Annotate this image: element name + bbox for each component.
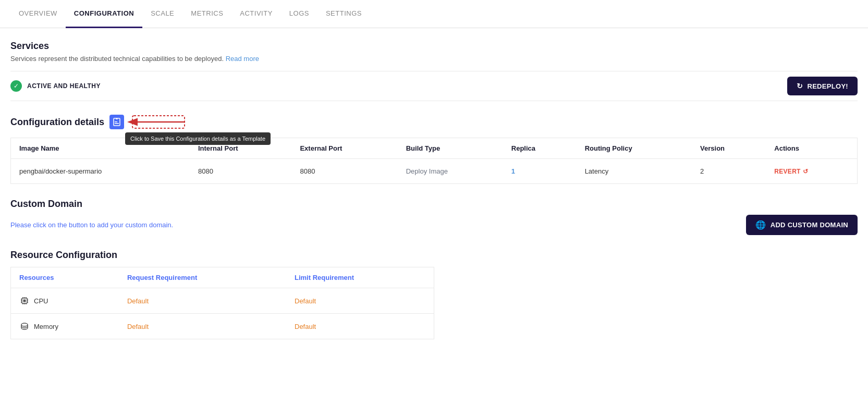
cell-image-name: pengbai/docker-supermario xyxy=(11,159,190,184)
svg-rect-8 xyxy=(23,300,26,302)
tab-settings[interactable]: SETTINGS xyxy=(317,0,370,28)
redeploy-icon: ↻ xyxy=(797,82,803,90)
cell-internal-port: 8080 xyxy=(190,159,291,184)
config-details-header: Configuration details Click to Save this… xyxy=(10,113,858,131)
col-limit-requirement: Limit Requirement xyxy=(286,267,434,288)
redeploy-button[interactable]: ↻ REDEPLOY! xyxy=(787,77,858,95)
globe-icon: 🌐 xyxy=(755,220,766,230)
col-replica: Replica xyxy=(503,138,577,159)
resource-configuration-section: Resource Configuration Resources Request… xyxy=(10,250,858,339)
read-more-link[interactable]: Read more xyxy=(226,55,259,63)
svg-rect-2 xyxy=(115,123,119,124)
resource-table: Resources Request Requirement Limit Requ… xyxy=(10,267,434,339)
cell-cpu-request: Default xyxy=(119,288,286,314)
cell-routing-policy: Latency xyxy=(577,159,692,184)
cell-memory-limit: Default xyxy=(286,314,434,339)
resource-row-cpu: CPU Default Default xyxy=(11,288,434,314)
col-version: Version xyxy=(692,138,766,159)
col-resources: Resources xyxy=(11,267,119,288)
status-text: ACTIVE AND HEALTHY xyxy=(27,82,101,90)
config-details-title: Configuration details xyxy=(10,117,104,128)
add-custom-domain-button[interactable]: 🌐 ADD CUSTOM DOMAIN xyxy=(746,215,858,235)
cpu-icon xyxy=(19,296,30,306)
arrow-annotation xyxy=(127,113,190,131)
replica-link[interactable]: 1 xyxy=(511,167,515,175)
active-status-icon: ✓ xyxy=(10,80,22,92)
tab-activity[interactable]: ACTIVITY xyxy=(231,0,281,28)
cell-external-port: 8080 xyxy=(291,159,397,184)
tab-metrics[interactable]: METRICS xyxy=(182,0,231,28)
col-request-requirement: Request Requirement xyxy=(119,267,286,288)
services-subtitle: Services represent the distributed techn… xyxy=(10,55,858,63)
revert-button[interactable]: REVERT ↺ xyxy=(774,168,808,175)
config-table-row: pengbai/docker-supermario 8080 8080 Depl… xyxy=(11,159,858,184)
template-tooltip: Click to Save this Configuration details… xyxy=(125,132,271,145)
custom-domain-section: Custom Domain Please click on the button… xyxy=(10,199,858,235)
custom-domain-row: Please click on the button to add your c… xyxy=(10,215,858,235)
col-external-port: External Port xyxy=(291,138,397,159)
tab-bar: OVERVIEW CONFIGURATION SCALE METRICS ACT… xyxy=(0,0,868,28)
services-section: Services Services represent the distribu… xyxy=(10,41,858,101)
configuration-details-section: Configuration details Click to Save this… xyxy=(10,113,858,184)
svg-rect-1 xyxy=(115,121,117,122)
resource-config-title: Resource Configuration xyxy=(10,250,858,261)
services-title: Services xyxy=(10,41,858,52)
cell-cpu-limit: Default xyxy=(286,288,434,314)
tab-overview[interactable]: OVERVIEW xyxy=(10,0,66,28)
svg-point-21 xyxy=(21,323,28,326)
save-template-icon[interactable]: Click to Save this Configuration details… xyxy=(109,115,124,129)
tab-logs[interactable]: LOGS xyxy=(281,0,317,28)
cell-version: 2 xyxy=(692,159,766,184)
col-build-type: Build Type xyxy=(398,138,503,159)
col-routing-policy: Routing Policy xyxy=(577,138,692,159)
cell-replica: 1 xyxy=(503,159,577,184)
status-left: ✓ ACTIVE AND HEALTHY xyxy=(10,80,101,92)
resource-table-header-row: Resources Request Requirement Limit Requ… xyxy=(11,267,434,288)
memory-icon xyxy=(19,321,30,332)
cell-build-type: Deploy Image xyxy=(398,159,503,184)
tab-configuration[interactable]: CONFIGURATION xyxy=(66,0,142,28)
revert-icon: ↺ xyxy=(803,168,808,175)
cell-memory-request: Default xyxy=(119,314,286,339)
custom-domain-title: Custom Domain xyxy=(10,199,858,210)
col-actions: Actions xyxy=(766,138,857,159)
cell-actions: REVERT ↺ xyxy=(766,159,857,184)
tab-scale[interactable]: SCALE xyxy=(142,0,182,28)
custom-domain-description: Please click on the button to add your c… xyxy=(10,221,173,229)
cell-memory-name: Memory xyxy=(11,314,119,339)
status-bar: ✓ ACTIVE AND HEALTHY ↻ REDEPLOY! xyxy=(10,71,858,101)
cell-cpu-name: CPU xyxy=(11,288,119,314)
resource-row-memory: Memory Default Default xyxy=(11,314,434,339)
